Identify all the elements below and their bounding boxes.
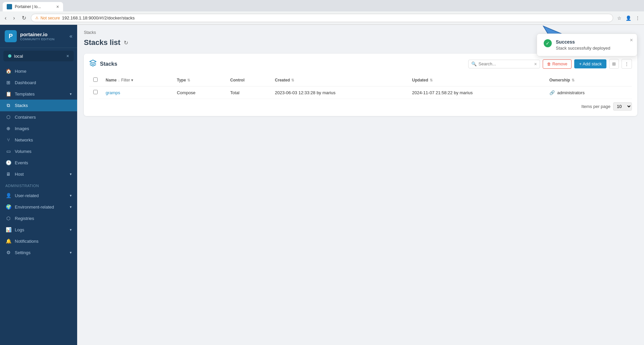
success-toast: ✓ Success Stack successfully deployed × — [537, 34, 637, 56]
env-close-button[interactable]: × — [66, 53, 69, 59]
sidebar-item-home-label: Home — [15, 69, 26, 74]
sidebar-item-images[interactable]: ⊕ Images — [0, 123, 77, 134]
address-bar[interactable]: ⚠ Not secure 192.168.1.18:9000/#!/2/dock… — [31, 14, 613, 22]
sidebar-item-stacks[interactable]: ⧉ Stacks — [0, 100, 77, 111]
sidebar-item-home[interactable]: 🏠 Home — [0, 65, 77, 77]
row-checkbox[interactable] — [93, 90, 98, 94]
environment-related-chevron-icon: ▾ — [70, 205, 72, 209]
row-type: Compose — [173, 87, 226, 99]
ownership-sort-icon: ⇅ — [572, 78, 575, 82]
notifications-icon: 🔔 — [5, 238, 11, 244]
column-created: Created ⇅ — [271, 74, 408, 87]
select-all-checkbox[interactable] — [93, 77, 98, 82]
volumes-icon: ▭ — [5, 149, 11, 154]
sidebar-collapse-button[interactable]: « — [69, 33, 72, 39]
sidebar-item-volumes-label: Volumes — [15, 149, 32, 154]
stacks-icon: ⧉ — [5, 103, 11, 108]
logs-chevron-icon: ▾ — [70, 228, 72, 232]
created-sort-icon: ⇅ — [291, 78, 294, 82]
forward-button[interactable]: › — [11, 14, 17, 22]
sidebar-item-settings[interactable]: ⚙ Settings ▾ — [0, 247, 77, 258]
more-options-button[interactable]: ⋮ — [622, 59, 632, 69]
browser-tabs: Portainer | lo... × — [3, 2, 641, 11]
sidebar-item-networks[interactable]: ⑂ Networks — [0, 134, 77, 146]
svg-marker-0 — [90, 60, 96, 63]
bookmark-button[interactable]: ☆ — [616, 14, 623, 22]
user-related-icon: 👤 — [5, 193, 11, 198]
security-icon: ⚠ — [35, 16, 39, 20]
logo-icon: P — [5, 30, 17, 42]
row-ownership: 🔗 administrators — [545, 87, 632, 99]
toast-message: Stack successfully deployed — [556, 46, 610, 51]
name-filter-button[interactable]: Filter ▾ — [121, 78, 133, 82]
remove-label: Remove — [552, 62, 568, 66]
sidebar-item-volumes[interactable]: ▭ Volumes — [0, 146, 77, 157]
sidebar-item-user-related-label: User-related — [15, 193, 39, 198]
search-box[interactable]: 🔍 × — [468, 60, 540, 68]
toast-close-button[interactable]: × — [630, 37, 633, 43]
row-control: Total — [226, 87, 271, 99]
dashboard-icon: ⊞ — [5, 80, 11, 85]
toast-success-icon: ✓ — [544, 39, 552, 47]
column-control: Control — [226, 74, 271, 87]
environment-selector[interactable]: local × — [3, 51, 74, 61]
refresh-button[interactable]: ↻ — [124, 40, 128, 46]
user-related-chevron-icon: ▾ — [70, 193, 72, 198]
profile-button[interactable]: 👤 — [624, 14, 633, 22]
sidebar-item-host[interactable]: 🖥 Host ▾ — [0, 168, 77, 180]
tab-favicon — [7, 4, 12, 9]
env-name: local — [14, 54, 64, 59]
sidebar-item-templates-label: Templates — [15, 92, 35, 97]
tab-close-button[interactable]: × — [56, 4, 59, 9]
sidebar-item-logs[interactable]: 📊 Logs ▾ — [0, 224, 77, 235]
sidebar-item-dashboard[interactable]: ⊞ Dashboard — [0, 77, 77, 88]
settings-chevron-icon: ▾ — [70, 250, 72, 255]
sidebar-item-dashboard-label: Dashboard — [15, 80, 36, 85]
stacks-card: Stacks 🔍 × 🗑 Remove + Add stack ⊞ — [84, 54, 637, 116]
environment-related-icon: 🌍 — [5, 204, 11, 210]
sidebar-item-containers[interactable]: ⬡ Containers — [0, 111, 77, 123]
host-chevron-icon: ▾ — [70, 172, 72, 176]
main-content: Stacks Stacks list ↻ Stacks 🔍 — [77, 25, 644, 345]
active-tab[interactable]: Portainer | lo... × — [3, 2, 63, 11]
tab-title: Portainer | lo... — [15, 4, 54, 9]
toast-body: Success Stack successfully deployed — [556, 39, 610, 51]
sidebar-item-registries[interactable]: ⬡ Registries — [0, 213, 77, 224]
reload-button[interactable]: ↻ — [20, 13, 28, 22]
networks-icon: ⑂ — [5, 137, 11, 142]
sidebar-item-events-label: Events — [15, 160, 28, 165]
env-status-dot — [8, 54, 11, 58]
card-actions: 🔍 × 🗑 Remove + Add stack ⊞ ⋮ — [468, 59, 632, 69]
card-header: Stacks 🔍 × 🗑 Remove + Add stack ⊞ — [89, 59, 632, 69]
items-per-page-select[interactable]: 10 25 50 100 — [613, 102, 632, 111]
remove-icon: 🗑 — [547, 62, 551, 66]
url-display: 192.168.1.18:9000/#!/2/docker/stacks — [62, 15, 609, 20]
registries-icon: ⬡ — [5, 216, 11, 221]
browser-chrome: Portainer | lo... × — [0, 0, 644, 11]
sidebar-logo: P portainer.io COMMUNITY EDITION « — [0, 25, 77, 48]
sidebar-navigation: 🏠 Home ⊞ Dashboard 📋 Templates ▾ ⧉ Stack… — [0, 64, 77, 345]
back-button[interactable]: ‹ — [3, 14, 8, 22]
column-updated: Updated ⇅ — [408, 74, 545, 87]
search-input[interactable] — [479, 61, 532, 66]
templates-chevron-icon: ▾ — [70, 92, 72, 96]
menu-button[interactable]: ⋮ — [634, 14, 641, 22]
row-name: gramps — [102, 87, 173, 99]
stacks-card-title: Stacks — [100, 61, 465, 67]
toast-title: Success — [556, 39, 610, 45]
remove-button[interactable]: 🗑 Remove — [543, 59, 572, 69]
view-toggle-button[interactable]: ⊞ — [609, 59, 619, 69]
sidebar: P portainer.io COMMUNITY EDITION « local… — [0, 25, 77, 345]
updated-sort-icon: ⇅ — [430, 78, 433, 82]
sidebar-item-templates[interactable]: 📋 Templates ▾ — [0, 88, 77, 100]
sidebar-item-notifications[interactable]: 🔔 Notifications — [0, 235, 77, 247]
sidebar-item-user-related[interactable]: 👤 User-related ▾ — [0, 190, 77, 201]
add-stack-button[interactable]: + Add stack — [574, 59, 606, 68]
sidebar-item-environment-related[interactable]: 🌍 Environment-related ▾ — [0, 201, 77, 213]
search-clear-button[interactable]: × — [534, 61, 537, 67]
stack-name-link[interactable]: gramps — [106, 90, 120, 95]
search-icon: 🔍 — [471, 61, 477, 66]
sidebar-item-environment-related-label: Environment-related — [15, 205, 54, 210]
sidebar-item-events[interactable]: 🕐 Events — [0, 157, 77, 168]
templates-icon: 📋 — [5, 91, 11, 97]
